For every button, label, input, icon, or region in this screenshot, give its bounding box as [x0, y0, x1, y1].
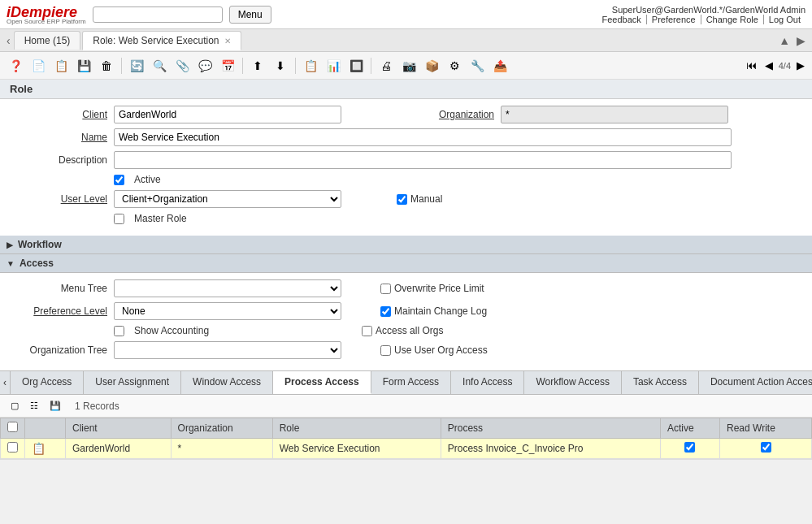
chart-icon: 📊	[325, 58, 341, 74]
feedback-link[interactable]: Feedback	[597, 15, 647, 24]
sub-tab-task-access[interactable]: Task Access	[622, 371, 699, 394]
tab-close-icon[interactable]: ✕	[224, 37, 231, 45]
overwrite-price-limit-checkbox[interactable]	[380, 284, 391, 294]
col-icon	[25, 418, 66, 439]
description-input[interactable]	[114, 151, 732, 169]
select-all-checkbox[interactable]	[7, 422, 18, 432]
manual-container: Manual	[397, 193, 442, 205]
up-button[interactable]: ⬆	[247, 56, 268, 76]
attach-button[interactable]: 📎	[172, 56, 193, 76]
sub-tab-document-action-access[interactable]: Document Action Access	[699, 371, 812, 394]
sub-tab-org-access[interactable]: Org Access	[11, 371, 84, 394]
sub-tab-form-access[interactable]: Form Access	[371, 371, 451, 394]
screenshot-button[interactable]: 📷	[398, 56, 419, 76]
zoom-button[interactable]: 🔲	[345, 56, 367, 76]
tab-role-label: Role: Web Service Execution	[93, 35, 219, 46]
row-icon: 📋	[32, 442, 46, 455]
access-all-orgs-container: Access all Orgs	[362, 325, 443, 336]
access-section-header[interactable]: ▼ Access	[0, 254, 812, 273]
table-row[interactable]: 📋 GardenWorld * Web Service Execution Pr…	[1, 439, 812, 459]
organization-label: Organization	[397, 109, 494, 120]
client-input[interactable]	[114, 106, 341, 123]
sub-save-button[interactable]: 💾	[46, 398, 65, 414]
sub-tab-workflow-access[interactable]: Workflow Access	[524, 371, 621, 394]
calendar-button[interactable]: 📅	[217, 56, 238, 76]
use-user-org-access-checkbox[interactable]	[380, 345, 391, 356]
page-title: Role	[10, 83, 33, 95]
print-button[interactable]: 🖨	[376, 56, 397, 76]
search-input[interactable]	[93, 6, 223, 23]
row-checkbox-cell	[1, 439, 25, 459]
sub-new-icon: ▢	[11, 401, 19, 410]
nav-counter: 4/4	[779, 61, 791, 71]
master-role-checkbox[interactable]	[114, 214, 124, 224]
active-checkbox[interactable]	[114, 175, 124, 185]
tab-bar-right: ▲ ▶	[775, 34, 809, 47]
sub-tab-window-access[interactable]: Window Access	[181, 371, 273, 394]
menu-tree-select[interactable]	[114, 279, 341, 297]
sub-tab-nav-left[interactable]: ‹	[0, 371, 11, 394]
refresh-button[interactable]: 🔄	[126, 56, 147, 76]
delete-button[interactable]: 🗑	[96, 56, 117, 76]
calendar-icon: 📅	[219, 58, 236, 74]
overwrite-price-limit-container: Overwrite Price Limit	[380, 283, 484, 294]
name-input[interactable]	[114, 128, 732, 146]
tools-button[interactable]: 🔧	[467, 56, 488, 76]
copy-icon: 📋	[53, 58, 69, 74]
show-accounting-checkbox[interactable]	[114, 326, 124, 336]
record-count: 1 Records	[75, 401, 119, 412]
down-button[interactable]: ⬇	[270, 56, 291, 76]
sub-grid-button[interactable]: ☷	[26, 398, 42, 414]
nav-next[interactable]: ▶	[794, 58, 807, 73]
tab-nav-prev[interactable]: ‹	[3, 34, 14, 47]
export-button[interactable]: 📤	[489, 56, 510, 76]
nav-prev[interactable]: ◀	[762, 58, 775, 73]
sub-tab-user-assignment[interactable]: User Assignment	[84, 371, 181, 394]
find-button[interactable]: 🔍	[149, 56, 170, 76]
access-all-orgs-checkbox[interactable]	[362, 326, 372, 336]
user-level-select[interactable]: Client+Organization Client Organization …	[114, 190, 341, 208]
menu-button[interactable]: Menu	[229, 6, 271, 24]
report-button[interactable]: 📋	[300, 56, 321, 76]
workflow-expand-icon: ▶	[7, 240, 13, 249]
save-button[interactable]: 💾	[73, 56, 94, 76]
nav-first[interactable]: ⏮	[744, 58, 759, 73]
chat-button[interactable]: 💬	[194, 56, 215, 76]
tab-collapse-btn[interactable]: ▲	[775, 34, 793, 47]
new-button[interactable]: 📄	[28, 56, 49, 76]
workflow-section-header[interactable]: ▶ Workflow	[0, 236, 812, 254]
horizontal-scrollbar[interactable]	[0, 459, 812, 469]
row-active-checkbox[interactable]	[684, 442, 695, 453]
sub-new-button[interactable]: ▢	[7, 398, 23, 414]
help-button[interactable]: ❓	[5, 56, 26, 76]
sub-tab-info-access[interactable]: Info Access	[451, 371, 524, 394]
org-tree-select[interactable]	[114, 341, 341, 359]
settings-button[interactable]: ⚙	[444, 56, 465, 76]
preference-link[interactable]: Preference	[647, 15, 701, 24]
logo: iDempiere Open Source ERP Platform	[7, 4, 86, 25]
overwrite-price-limit-label: Overwrite Price Limit	[394, 283, 484, 294]
find-icon: 🔍	[151, 58, 167, 74]
tab-more-btn[interactable]: ▶	[793, 34, 809, 47]
tab-home[interactable]: Home (15)	[14, 31, 81, 50]
chart-button[interactable]: 📊	[323, 56, 344, 76]
logout-link[interactable]: Log Out	[764, 15, 805, 24]
tab-role[interactable]: Role: Web Service Execution ✕	[82, 31, 241, 50]
sub-save-icon: 💾	[50, 401, 61, 410]
maintain-change-log-checkbox[interactable]	[380, 306, 391, 317]
col-checkbox	[1, 418, 25, 439]
preference-level-select[interactable]: None Client Organization User	[114, 302, 341, 320]
copy-button[interactable]: 📋	[50, 56, 72, 76]
organization-input[interactable]	[501, 106, 728, 123]
row-process: Process Invoice_C_Invoice Pro	[441, 439, 660, 459]
use-user-org-access-container: Use User Org Access	[380, 344, 488, 356]
sub-tab-process-access[interactable]: Process Access	[273, 371, 371, 394]
use-user-org-access-label: Use User Org Access	[394, 344, 488, 356]
row-read-write-checkbox[interactable]	[761, 442, 771, 453]
archive-button[interactable]: 📦	[421, 56, 442, 76]
col-client: Client	[65, 418, 171, 439]
col-read-write: Read Write	[720, 418, 812, 439]
row-checkbox[interactable]	[7, 442, 18, 453]
manual-checkbox[interactable]	[397, 194, 407, 205]
change-role-link[interactable]: Change Role	[701, 15, 764, 24]
